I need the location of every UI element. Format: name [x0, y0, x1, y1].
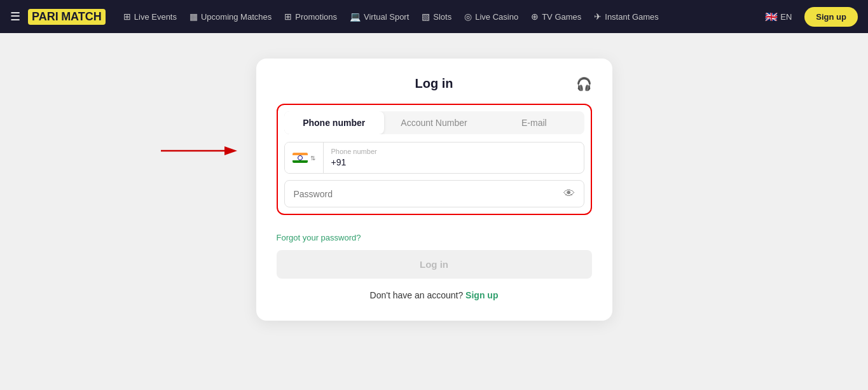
phone-input[interactable]	[331, 157, 576, 167]
nav-upcoming-matches-label: Upcoming Matches	[201, 12, 272, 22]
register-line: Don't have an account? Sign up	[277, 290, 592, 300]
country-chevron-icon: ⇅	[310, 155, 315, 162]
language-selector[interactable]: 🇬🇧 EN	[760, 7, 797, 27]
logo-match: MATCH	[61, 10, 102, 23]
card-header: Log in 🎧	[277, 76, 592, 91]
menu-icon[interactable]: ☰	[10, 10, 20, 24]
tab-account[interactable]: Account Number	[384, 111, 484, 134]
phone-input-row: ⇅ Phone number	[284, 142, 584, 174]
logo[interactable]: PARI MATCH	[28, 9, 106, 25]
login-card: Log in 🎧 Phone number Account Number E-m…	[256, 59, 612, 321]
nav-slots[interactable]: ▧ Slots	[417, 8, 457, 25]
login-button[interactable]: Log in	[277, 250, 592, 279]
nav-instant-games[interactable]: ✈ Instant Games	[589, 8, 664, 25]
svg-marker-1	[224, 146, 237, 155]
password-row: 👁	[284, 180, 584, 207]
language-label: EN	[780, 12, 792, 22]
nav-live-casino[interactable]: ◎ Live Casino	[459, 8, 523, 25]
nav-virtual-sport[interactable]: 💻 Virtual Sport	[345, 8, 414, 25]
register-text: Don't have an account?	[370, 290, 464, 300]
forgot-password-link[interactable]: Forgot your password?	[277, 233, 361, 242]
live-casino-icon: ◎	[464, 11, 472, 22]
instant-games-icon: ✈	[594, 11, 602, 22]
tab-email[interactable]: E-mail	[484, 111, 584, 134]
upcoming-matches-icon: ▦	[189, 11, 198, 22]
country-selector[interactable]: ⇅	[285, 143, 324, 173]
login-tabs: Phone number Account Number E-mail	[284, 111, 584, 134]
toggle-password-icon[interactable]: 👁	[563, 187, 575, 200]
login-tabs-wrapper: Phone number Account Number E-mail	[277, 104, 592, 215]
tab-phone[interactable]: Phone number	[284, 111, 384, 134]
india-flag-icon	[293, 153, 308, 163]
page-content: Log in 🎧 Phone number Account Number E-m…	[0, 33, 868, 390]
password-input[interactable]	[294, 189, 563, 199]
nav-live-casino-label: Live Casino	[475, 12, 518, 22]
arrow-indicator	[161, 141, 237, 160]
nav-live-events[interactable]: ⊞ Live Events	[118, 8, 182, 25]
tv-games-icon: ⊕	[531, 11, 539, 22]
virtual-sport-icon: 💻	[350, 11, 361, 22]
navbar: ☰ PARI MATCH ⊞ Live Events ▦ Upcoming Ma…	[0, 0, 868, 33]
live-events-icon: ⊞	[123, 11, 131, 22]
register-link[interactable]: Sign up	[465, 290, 498, 300]
nav-tv-games-label: TV Games	[542, 12, 581, 22]
signup-button[interactable]: Sign up	[804, 7, 858, 27]
nav-live-events-label: Live Events	[134, 12, 177, 22]
card-title: Log in	[415, 76, 453, 91]
phone-field-label: Phone number	[331, 148, 576, 155]
nav-virtual-sport-label: Virtual Sport	[364, 12, 409, 22]
flag-uk-icon: 🇬🇧	[765, 11, 778, 23]
nav-tv-games[interactable]: ⊕ TV Games	[526, 8, 586, 25]
logo-pari: PARI	[32, 10, 59, 23]
promotions-icon: ⊞	[284, 11, 292, 22]
nav-promotions[interactable]: ⊞ Promotions	[279, 8, 342, 25]
phone-input-container: Phone number	[324, 143, 584, 173]
nav-promotions-label: Promotions	[295, 12, 337, 22]
nav-upcoming-matches[interactable]: ▦ Upcoming Matches	[184, 8, 277, 25]
nav-slots-label: Slots	[433, 12, 451, 22]
slots-icon: ▧	[422, 11, 430, 22]
support-icon[interactable]: 🎧	[576, 76, 592, 92]
nav-instant-games-label: Instant Games	[605, 12, 659, 22]
